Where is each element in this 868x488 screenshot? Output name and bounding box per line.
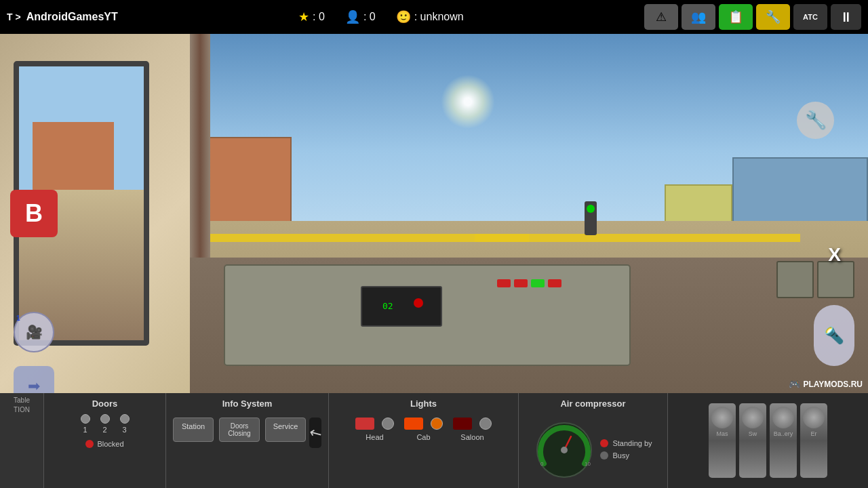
cab-label: Cab [416,433,430,441]
info-buttons: Station Doors Closing Service [173,418,306,442]
battery-knob [772,407,794,428]
air-inner: 0 10 Standing by Busy [534,418,652,481]
right-panel-controls [776,261,854,298]
sw-lever[interactable]: Sw [739,403,766,478]
battery-label: Ba..ery [774,430,793,437]
hud-star-stat: ★ : 0 [298,9,325,24]
flashlight-icon: 🔦 [824,326,844,345]
battery-lever[interactable]: Ba..ery [770,403,797,478]
door-3-dot [120,414,130,424]
er-lever[interactable]: Er [800,403,827,478]
panel-button-1[interactable] [776,261,814,298]
doors-closing-button[interactable]: Doors Closing [219,418,260,442]
pause-button[interactable]: ⏸ [831,4,861,30]
panel-display-value: 02 [382,301,393,311]
atc-label: ATC [803,13,818,21]
camera-number: 1 [16,314,20,322]
indicator-4 [548,279,561,287]
sun-glare [441,75,495,129]
watermark-text: PLAYMODS.RU [803,380,863,389]
gauge-svg: 0 10 [534,420,595,481]
saloon-light-row [453,418,492,430]
wrench-button[interactable]: 🔧 [797,102,834,139]
hud-person-stat: 👤 : 0 [345,9,376,24]
settings-button[interactable]: 🔧 [756,4,790,30]
dashboard: 02 [190,258,868,393]
saloon-light-circle [479,418,492,430]
door-3-label: 3 [122,426,126,434]
saloon-light-control: Saloon [453,418,492,441]
x-label: X [828,244,841,265]
section-controls: Mas Sw Ba..ery Er [668,393,868,488]
hud-username: AndroidGamesYT [26,11,118,23]
indicator-3 [531,279,545,287]
watermark: 🎮 PLAYMODS.RU [789,379,863,390]
air-status: Standing by Busy [600,439,652,460]
arrow-icon-box[interactable]: ↖ [309,418,321,448]
red-indicator-dot [414,298,423,308]
game-viewport[interactable]: 02 B 🎥 1 ➡ X 🔧 [0,34,868,393]
busy-dot [600,451,608,460]
section-air: Air compressor 0 10 [519,393,668,488]
svg-point-2 [561,447,568,453]
face-icon: 🙂 [396,9,411,24]
warning-button[interactable]: ⚠ [644,4,678,30]
exit-button[interactable]: ➡ [14,366,54,393]
head-label: Head [366,433,383,441]
er-knob [803,407,825,428]
panel-indicators [497,279,561,287]
camera-button[interactable]: 🎥 1 [14,312,54,352]
control-panel: 02 [224,264,631,366]
saloon-label: Saloon [460,433,484,441]
svg-text:10: 10 [585,461,591,467]
warning-icon: ⚠ [656,9,667,24]
cab-light-control: Cab [404,418,443,441]
lights-controls: Head Cab Saloon [355,418,492,441]
arrow-icon: ↖ [306,422,326,444]
service-button[interactable]: Service [265,418,306,442]
door-2-label: 2 [102,426,106,434]
people-icon: 👥 [691,9,706,24]
flashlight-button[interactable]: 🔦 [814,305,854,366]
x-button[interactable]: X [828,244,841,266]
door-2-dot [100,414,110,424]
playmods-icon: 🎮 [789,379,800,390]
atc-button[interactable]: ATC [793,4,827,30]
people-button[interactable]: 👥 [682,4,715,30]
doors-number-row: 1 2 3 [81,414,130,434]
person-count: : 0 [363,11,376,23]
door-1-dot [81,414,90,424]
b-label: B [25,199,43,228]
b-button[interactable]: B [10,190,58,237]
head-light-circle [382,418,394,430]
person-icon: 👤 [345,9,360,24]
section-info: Info System Station Doors Closing Servic… [166,393,329,488]
blocked-row: Blocked [85,440,123,448]
hud-status-stat: 🙂 : unknown [396,9,464,24]
head-light-bar-left [355,418,374,430]
star-icon: ★ [298,9,309,24]
air-compressor-title: Air compressor [560,399,625,409]
station-button[interactable]: Station [173,418,214,442]
standing-by-label: Standing by [612,439,652,447]
cab-light-circle [431,418,443,430]
table-label: Table [14,396,30,404]
mas-lever[interactable]: Mas [709,403,736,478]
checklist-button[interactable]: 📋 [719,4,753,30]
lights-title: Lights [410,399,437,409]
section-table: Table TION [0,393,44,488]
panel-button-2[interactable] [817,261,854,298]
standing-by-dot [600,439,608,447]
blocked-dot [85,440,94,448]
traffic-light [585,201,597,235]
blocked-label: Blocked [97,440,123,448]
sw-knob [742,407,764,428]
door-3-indicator: 3 [120,414,130,434]
section-doors: Doors 1 2 3 Blocked [44,393,166,488]
sw-label: Sw [749,430,757,437]
hud-prefix: T > [7,12,21,22]
settings-icon: 🔧 [766,9,781,24]
indicator-2 [514,279,528,287]
door-2-indicator: 2 [100,414,110,434]
pause-icon: ⏸ [840,9,853,25]
